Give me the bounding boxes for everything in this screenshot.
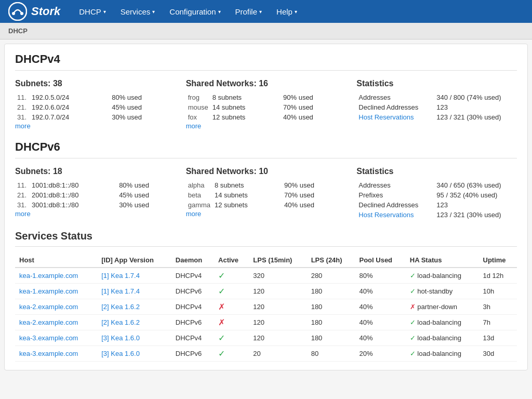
network-subnets: 14 subnets [212, 190, 282, 200]
service-app[interactable]: [2] Kea 1.6.2 [97, 299, 171, 315]
subnet-address: 1001:db8:1::/80 [30, 180, 117, 190]
subnet-address: 3001:db8:1::/80 [30, 200, 117, 210]
subnet-usage: 80% used [110, 92, 175, 102]
dhcpv6-networks-more[interactable]: more [186, 210, 347, 218]
stat-name: Declined Addresses [356, 200, 434, 210]
network-usage: 40% used [281, 112, 346, 122]
service-uptime: 1d 12h [479, 268, 517, 284]
service-host[interactable]: kea-2.example.com [15, 299, 97, 315]
stat-name[interactable]: Host Reservations [356, 112, 434, 122]
stat-name: Prefixes [356, 190, 434, 200]
subnet-address: 192.0.6.0/24 [30, 102, 110, 112]
services-section: Services Status Host[ID] App VersionDaem… [15, 230, 517, 362]
service-active: ✓ [214, 330, 249, 346]
column-header: Host [15, 253, 97, 268]
service-host[interactable]: kea-3.example.com [15, 346, 97, 362]
table-row: gamma12 subnets40% used [186, 200, 347, 210]
svg-point-2 [20, 12, 23, 15]
service-uptime: 13d [479, 330, 517, 346]
subnet-address: 2001:db8:1::/80 [30, 190, 117, 200]
service-app[interactable]: [2] Kea 1.6.2 [97, 315, 171, 330]
subnet-address: 192.0.7.0/24 [30, 112, 110, 122]
dhcpv4-networks-more[interactable]: more [186, 122, 347, 130]
service-lps24: 180 [307, 330, 355, 346]
column-header: Active [214, 253, 249, 268]
network-usage: 70% used [281, 102, 346, 112]
dhcpv6-subnets-table: 11.1001:db8:1::/8080% used21.2001:db8:1:… [15, 180, 176, 210]
dhcp-chevron-icon: ▾ [103, 9, 106, 15]
service-uptime: 3h [479, 299, 517, 315]
service-ha-status: ✗ partner-down [406, 299, 479, 315]
dhcpv6-subnets-title: Subnets: 18 [15, 167, 176, 176]
service-host[interactable]: kea-1.example.com [15, 268, 97, 284]
service-app[interactable]: [3] Kea 1.6.0 [97, 330, 171, 346]
service-lps24: 180 [307, 284, 355, 299]
subnet-usage: 45% used [117, 190, 176, 200]
dhcpv4-subnets-more[interactable]: more [15, 122, 176, 130]
breadcrumb: DHCP [0, 23, 532, 39]
table-row: 11.192.0.5.0/2480% used [15, 92, 176, 102]
network-name: beta [186, 190, 212, 200]
subnet-usage: 30% used [117, 200, 176, 210]
column-header: Pool Used [355, 253, 406, 268]
service-host[interactable]: kea-2.example.com [15, 315, 97, 330]
service-app[interactable]: [1] Kea 1.7.4 [97, 284, 171, 299]
service-lps15: 120 [249, 299, 307, 315]
logo-icon [8, 2, 27, 21]
dhcpv4-subnets-col: Subnets: 38 11.192.0.5.0/2480% used21.19… [15, 79, 176, 130]
table-row: kea-3.example.com [3] Kea 1.6.0 DHCPv4 ✓… [15, 330, 517, 346]
nav-help[interactable]: Help ▾ [270, 3, 303, 20]
service-active: ✗ [214, 315, 249, 330]
table-row: beta14 subnets70% used [186, 190, 347, 200]
dhcpv6-subnets-more[interactable]: more [15, 210, 176, 218]
nav-menu: DHCP ▾ Services ▾ Configuration ▾ Profil… [73, 3, 303, 20]
service-active: ✓ [214, 284, 249, 299]
logo: Stork [8, 2, 60, 21]
dhcpv6-stats-col: Statistics Addresses340 / 650 (63% used)… [356, 167, 517, 220]
service-app[interactable]: [3] Kea 1.6.0 [97, 346, 171, 362]
dhcpv6-section: DHCPv6 Subnets: 18 11.1001:db8:1::/8080%… [15, 140, 517, 220]
subnet-usage: 30% used [110, 112, 175, 122]
nav-dhcp[interactable]: DHCP ▾ [73, 3, 112, 20]
help-chevron-icon: ▾ [295, 9, 297, 15]
ha-ok-icon: ✓ [410, 287, 416, 295]
logo-text: Stork [31, 5, 60, 18]
service-app[interactable]: [1] Kea 1.7.4 [97, 268, 171, 284]
table-row: 11.1001:db8:1::/8080% used [15, 180, 176, 190]
table-row: Host Reservations123 / 321 (30% used) [356, 112, 517, 122]
dhcpv6-stats-table: Addresses340 / 650 (63% used)Prefixes95 … [356, 180, 517, 220]
table-row: Addresses340 / 650 (63% used) [356, 180, 517, 190]
network-name: alpha [186, 180, 212, 190]
service-lps24: 280 [307, 268, 355, 284]
nav-services[interactable]: Services ▾ [114, 3, 162, 20]
stat-name: Declined Addresses [356, 102, 434, 112]
config-chevron-icon: ▾ [218, 9, 221, 15]
ha-ok-icon: ✓ [410, 318, 416, 326]
nav-profile[interactable]: Profile ▾ [229, 3, 269, 20]
table-row: 21.2001:db8:1::/8045% used [15, 190, 176, 200]
network-name: mouse [186, 102, 210, 112]
ha-bad-icon: ✗ [410, 303, 416, 311]
network-subnets: 8 subnets [210, 92, 281, 102]
column-header: Daemon [171, 253, 214, 268]
dhcpv6-stats-title: Statistics [356, 167, 517, 176]
service-host[interactable]: kea-1.example.com [15, 284, 97, 299]
service-lps15: 120 [249, 315, 307, 330]
service-lps24: 80 [307, 346, 355, 362]
column-header: LPS (15min) [249, 253, 307, 268]
active-x-icon: ✗ [218, 318, 225, 327]
subnet-address: 192.0.5.0/24 [30, 92, 110, 102]
service-pool: 40% [355, 299, 406, 315]
service-pool: 40% [355, 284, 406, 299]
service-daemon: DHCPv4 [171, 299, 214, 315]
main-content: DHCPv4 Subnets: 38 11.192.0.5.0/2480% us… [4, 44, 528, 370]
service-lps24: 180 [307, 315, 355, 330]
dhcpv4-networks-title: Shared Networks: 16 [186, 79, 347, 88]
column-header: HA Status [406, 253, 479, 268]
stat-name[interactable]: Host Reservations [356, 210, 434, 220]
service-daemon: DHCPv6 [171, 346, 214, 362]
stat-value: 123 [434, 200, 517, 210]
service-host[interactable]: kea-3.example.com [15, 330, 97, 346]
nav-configuration[interactable]: Configuration ▾ [163, 3, 227, 20]
table-row: kea-2.example.com [2] Kea 1.6.2 DHCPv6 ✗… [15, 315, 517, 330]
